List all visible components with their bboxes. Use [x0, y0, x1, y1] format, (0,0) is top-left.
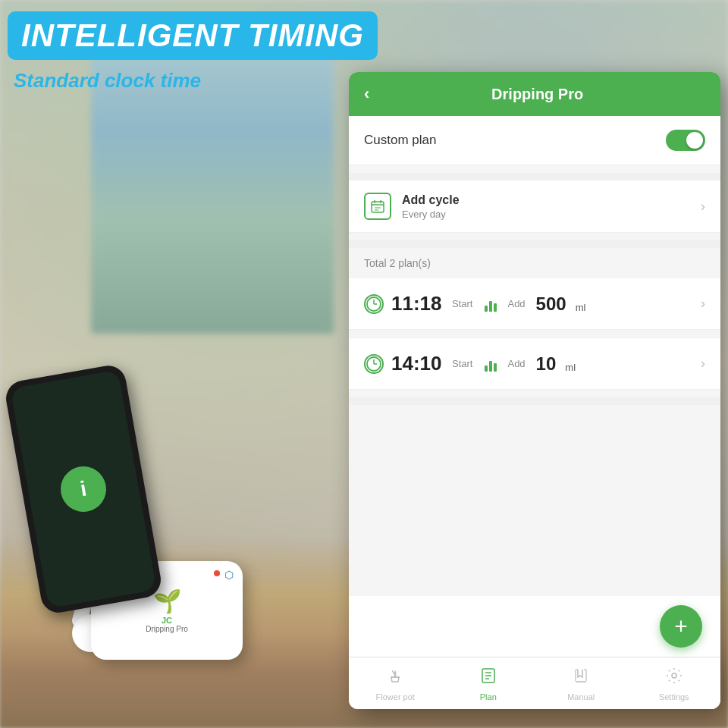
- plan-2-add-label: Add: [507, 358, 525, 369]
- chevron-right-icon: ›: [701, 199, 705, 215]
- phone-app-icon: i: [57, 463, 110, 516]
- svg-point-16: [672, 673, 676, 678]
- chevron-right-icon-plan2: ›: [701, 356, 705, 372]
- toggle-knob: [686, 132, 703, 149]
- plan-icon: [479, 667, 497, 689]
- manual-icon: [572, 667, 590, 689]
- plan-1-amount: 500: [536, 293, 566, 315]
- add-cycle-section: Add cycle Every day ›: [349, 180, 720, 233]
- chevron-right-icon-plan1: ›: [701, 296, 705, 312]
- calendar-icon: [364, 193, 391, 220]
- tab-flower-pot[interactable]: Flower pot: [349, 664, 442, 704]
- bar-chart-icon-1: [485, 297, 497, 312]
- tab-plan-label: Plan: [480, 692, 497, 701]
- app-header: ‹ Dripping Pro: [349, 72, 720, 116]
- app-header-title: Dripping Pro: [384, 86, 690, 103]
- plan-1-add-label: Add: [507, 298, 525, 309]
- bar-chart-icon-2: [485, 356, 497, 372]
- device-led: [214, 570, 220, 576]
- phone-screen: i: [11, 370, 157, 609]
- tab-bar: Flower pot Plan: [349, 657, 720, 709]
- add-cycle-title: Add cycle: [402, 193, 690, 207]
- plan-2-unit: ml: [565, 362, 576, 373]
- device-brand: JC: [162, 616, 172, 625]
- fab-container: +: [349, 596, 720, 657]
- bluetooth-icon: ⬡: [224, 569, 234, 581]
- plan-1-start-label: Start: [452, 298, 472, 309]
- plan-2-start-label: Start: [452, 358, 472, 369]
- total-plans-label: Total 2 plan(s): [349, 248, 720, 278]
- phone-mockup: i: [8, 372, 174, 607]
- plan-row-1[interactable]: 11:18 Start Add 500 ml ›: [349, 278, 720, 330]
- device-name: Dripping Pro: [146, 625, 188, 633]
- tab-settings-label: Settings: [659, 692, 689, 701]
- plan-1-unit: ml: [576, 302, 586, 313]
- plan-row-2[interactable]: 14:10 Start Add 10 ml ›: [349, 338, 720, 390]
- custom-plan-section: Custom plan: [349, 116, 720, 165]
- app-body: Custom plan: [349, 116, 720, 596]
- clock-icon-1: [364, 294, 384, 314]
- heading-area: INTELLIGENT TIMING Standard clock time: [8, 11, 378, 93]
- bottom-spacer: [349, 405, 720, 450]
- clock-icon-2: [364, 354, 384, 374]
- flower-pot-icon: [386, 667, 404, 689]
- tab-flower-pot-label: Flower pot: [376, 692, 415, 701]
- app-mockup: ‹ Dripping Pro Custom plan: [349, 72, 720, 709]
- plan-1-time: 11:18: [391, 292, 444, 315]
- custom-plan-label: Custom plan: [364, 133, 436, 148]
- divider-3: [349, 397, 720, 405]
- plan-section-1: 11:18 Start Add 500 ml ›: [349, 278, 720, 330]
- custom-plan-row: Custom plan: [349, 116, 720, 165]
- divider-2: [349, 240, 720, 248]
- add-fab-button[interactable]: +: [660, 605, 702, 648]
- phone-body: i: [3, 362, 163, 615]
- tab-plan[interactable]: Plan: [442, 664, 535, 704]
- plan-2-time: 14:10: [391, 352, 444, 375]
- custom-plan-toggle[interactable]: [666, 130, 705, 151]
- add-cycle-subtitle: Every day: [402, 209, 690, 220]
- settings-icon: [665, 667, 683, 689]
- plan-2-amount: 10: [536, 353, 557, 375]
- add-cycle-row[interactable]: Add cycle Every day ›: [349, 180, 720, 233]
- divider-1: [349, 173, 720, 180]
- svg-rect-0: [372, 202, 384, 212]
- tab-settings[interactable]: Settings: [628, 664, 721, 704]
- tab-manual-label: Manual: [567, 692, 595, 701]
- add-cycle-text: Add cycle Every day: [402, 193, 690, 220]
- subtitle: Standard clock time: [14, 69, 378, 93]
- plan-section-2: 14:10 Start Add 10 ml ›: [349, 338, 720, 390]
- main-title: INTELLIGENT TIMING: [8, 11, 378, 60]
- tab-manual[interactable]: Manual: [535, 664, 628, 704]
